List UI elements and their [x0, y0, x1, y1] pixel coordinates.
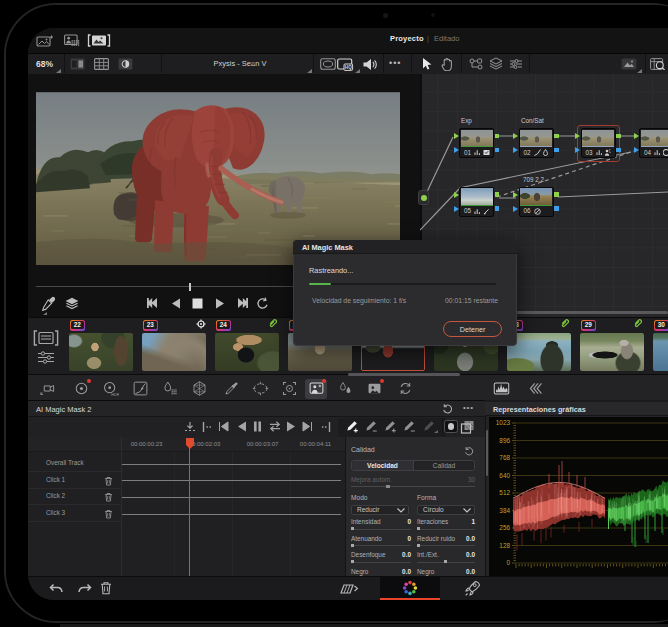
svg-text:384: 384 — [499, 507, 510, 514]
svg-text:128: 128 — [499, 542, 510, 549]
svg-text:896: 896 — [499, 437, 510, 444]
svg-text:HQ: HQ — [345, 65, 352, 70]
svg-text:640: 640 — [499, 472, 510, 479]
svg-text:0: 0 — [506, 559, 510, 566]
svg-text:HDR: HDR — [111, 393, 119, 397]
svg-text:1023: 1023 — [496, 419, 511, 426]
svg-text:768: 768 — [499, 454, 510, 461]
svg-text:256: 256 — [499, 524, 510, 531]
svg-text:512: 512 — [499, 489, 510, 496]
